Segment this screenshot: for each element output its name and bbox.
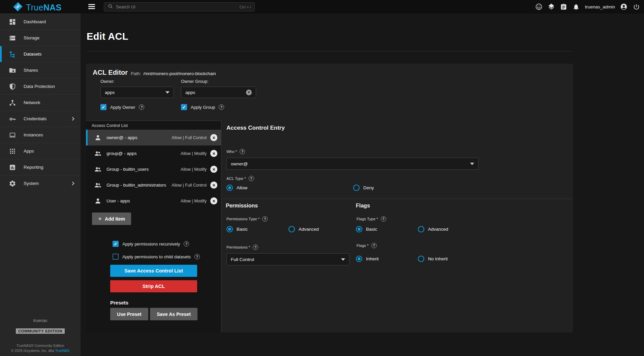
search-input[interactable] [116,4,237,9]
person-icon [94,134,101,141]
save-as-preset-label: Save As Preset [157,312,191,317]
strip-acl-button[interactable]: Strip ACL [110,280,197,292]
flags-inherit-radio[interactable]: Inherit [356,256,379,262]
sidebar-item-shares[interactable]: Shares [0,62,81,78]
section-divider [221,199,573,199]
sidebar-item-label: Storage [24,35,39,40]
help-icon[interactable]: ? [253,245,258,250]
sidebar-item-credentials[interactable]: Credentials [0,110,81,127]
sidebar-item-datasets[interactable]: Datasets [0,46,81,62]
help-icon[interactable]: ? [262,216,268,222]
acl-entry-row[interactable]: group@ - apps Allow | Modify × [86,145,221,161]
jobs-clipboard-icon[interactable] [560,3,568,10]
network-icon [9,99,16,106]
permissions-select[interactable]: Full Control [226,253,349,265]
owner-group-label: Owner Group: [181,79,209,84]
permissions-type-basic-radio[interactable]: Basic [226,226,248,232]
acl-editor-title: ACL Editor [93,69,128,76]
plus-icon: + [98,215,102,223]
help-icon[interactable]: ? [139,104,144,110]
checkbox-checked-icon: ✓ [181,104,187,110]
acl-entry-row[interactable]: Group - builtin_users Allow | Modify × [86,161,221,177]
delete-entry-icon[interactable]: × [210,150,217,157]
use-preset-button[interactable]: Use Preset [110,308,148,320]
radio-selected-icon [356,226,362,232]
apply-owner-checkbox[interactable]: ✓ Apply Owner ? [100,104,144,110]
save-as-preset-button[interactable]: Save As Preset [150,308,197,320]
help-icon[interactable]: ? [249,176,254,181]
ace-perm: Allow | Modify [181,167,207,172]
title-divider [87,51,573,52]
dataset-path: Path: /mnt/monero-pool/monero-blockchain [131,71,216,76]
truecommand-icon[interactable] [548,3,555,10]
sidebar-item-data-protection[interactable]: Data Protection [0,78,81,94]
deny-label: Deny [363,185,374,190]
acl-entry-row[interactable]: User - apps Allow | Modify × [86,193,221,209]
truenas-logo[interactable]: TrueNAS [13,2,61,13]
sidebar-item-dashboard[interactable]: Dashboard [0,13,81,30]
truenas-logo-icon [13,2,23,13]
sidebar-item-system[interactable]: System [0,175,81,191]
save-acl-label: Save Access Control List [124,268,183,273]
radio-selected-icon [226,226,233,232]
acl-type-deny-radio[interactable]: Deny [353,185,374,191]
search-shortcut: Ctrl + / [240,5,251,9]
delete-entry-icon[interactable]: × [210,134,217,141]
chevron-down-icon [341,258,345,261]
acl-type-allow-radio[interactable]: Allow [226,185,247,191]
acl-editor-card: ACL Editor Path: /mnt/monero-pool/monero… [86,64,573,332]
permissions-type-label-text: Permissions Type * [226,217,259,221]
people-icon [94,166,101,173]
sidebar-item-network[interactable]: Network [0,94,81,110]
sidebar-item-reporting[interactable]: Reporting [0,159,81,175]
sidebar-item-instances[interactable]: Instances [0,127,81,143]
feedback-smiley-icon[interactable] [535,3,543,10]
sidebar-item-storage[interactable]: Storage [0,30,81,46]
child-datasets-checkbox[interactable]: Apply permissions to child datasets ? [113,254,200,260]
help-icon[interactable]: ? [381,216,386,222]
help-icon[interactable]: ? [194,254,200,259]
delete-entry-icon[interactable]: × [210,166,217,173]
truenas-link[interactable]: TrueNAS [55,349,69,353]
apply-group-checkbox[interactable]: ✓ Apply Group ? [181,104,224,110]
apply-group-label: Apply Group [191,105,215,110]
help-icon[interactable]: ? [240,149,245,154]
flags-label: Flags * ? [357,243,377,248]
add-item-button[interactable]: + Add Item [92,213,131,225]
path-label: Path: [131,71,141,76]
delete-entry-icon[interactable]: × [210,182,217,189]
radio-unselected-icon [353,185,360,191]
owner-select[interactable]: apps [100,87,174,98]
presets-title: Presets [110,300,128,305]
permissions-type-advanced-radio[interactable]: Advanced [288,226,319,232]
help-icon[interactable]: ? [371,243,377,248]
sidebar-item-apps[interactable]: Apps [0,143,81,159]
delete-entry-icon[interactable]: × [210,197,217,204]
alerts-bell-icon[interactable] [573,3,580,10]
clear-icon[interactable]: × [246,90,252,95]
who-label-text: Who * [226,150,237,154]
radio-selected-icon [226,185,233,191]
path-value: /mnt/monero-pool/monero-blockchain [143,71,216,76]
user-avatar-icon[interactable] [620,3,627,10]
flags-no-inherit-radio[interactable]: No Inherit [418,256,448,262]
help-icon[interactable]: ? [219,104,224,110]
flags-type-basic-radio[interactable]: Basic [356,226,377,232]
hostname-label: truenas [0,318,81,323]
global-search[interactable]: Ctrl + / [104,2,255,11]
add-item-label: Add Item [105,216,125,222]
who-select[interactable]: owner@ [226,158,479,170]
flags-type-advanced-radio[interactable]: Advanced [418,226,448,232]
save-acl-button[interactable]: Save Access Control List [110,265,197,277]
help-icon[interactable]: ? [184,241,189,247]
storage-icon [9,34,16,42]
owner-group-input[interactable]: apps × [181,87,256,98]
acl-entry-row[interactable]: Group - builtin_administrators Allow | F… [86,177,221,193]
acl-entry-row[interactable]: owner@ - apps Allow | Full Control × [86,130,221,145]
flags-type-label: Flags Type * ? [357,216,386,222]
recursive-checkbox[interactable]: ✓ Apply permissions recursively ? [113,241,189,247]
ace-perm: Allow | Full Control [172,135,207,140]
sidebar-item-label: Network [24,100,40,105]
menu-toggle-icon[interactable] [88,4,95,10]
power-icon[interactable] [633,3,640,10]
